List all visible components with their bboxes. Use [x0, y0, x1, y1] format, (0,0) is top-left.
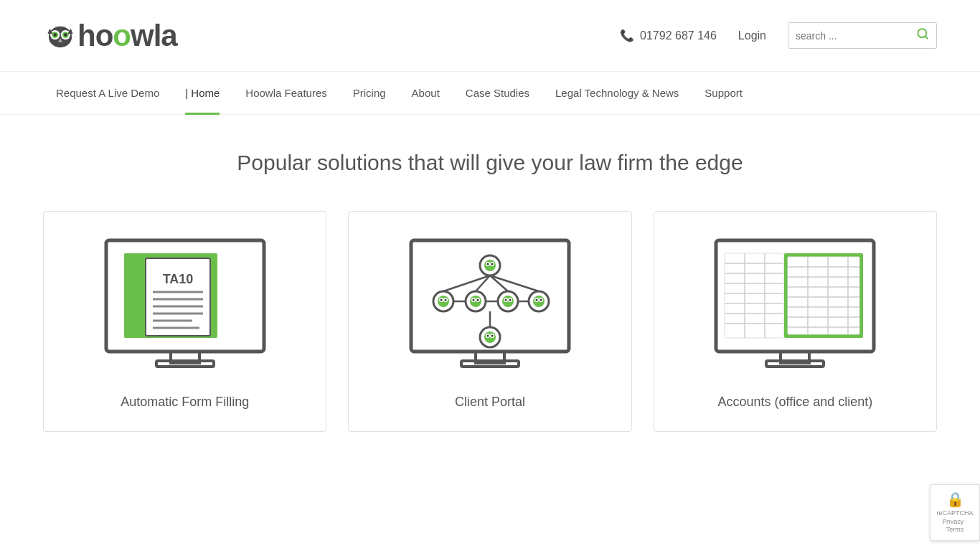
svg-point-57 [535, 299, 537, 301]
cards-grid: TA10 Automatic Form Filling [43, 211, 937, 432]
search-button[interactable] [916, 27, 929, 44]
card-client-portal-illustration [363, 233, 616, 373]
nav-item-home[interactable]: | Home [172, 72, 232, 115]
svg-point-36 [438, 296, 449, 307]
svg-point-6 [64, 33, 67, 36]
svg-text:TA10: TA10 [162, 272, 193, 286]
section-title: Popular solutions that will give your la… [43, 151, 937, 175]
accounts-icon [702, 233, 888, 373]
card-accounts: Accounts (office and client) [654, 211, 937, 432]
svg-rect-78 [725, 253, 783, 338]
svg-point-60 [484, 331, 496, 343]
nav-item-about[interactable]: About [399, 72, 453, 115]
logo-owl-icon [44, 20, 76, 52]
nav-item-hoowla-features[interactable]: Hoowla Features [232, 72, 339, 115]
phone-block: 📞 01792 687 146 [620, 29, 717, 42]
search-icon [916, 27, 929, 40]
form-filling-icon: TA10 [92, 233, 278, 373]
svg-point-63 [486, 335, 489, 337]
svg-point-58 [540, 299, 542, 301]
search-input[interactable] [796, 30, 910, 42]
card-client-portal-title: Client Portal [455, 395, 525, 410]
nav-item-support[interactable]: Support [692, 72, 755, 115]
svg-point-51 [504, 299, 507, 301]
nav-item-request-demo[interactable]: Request A Live Demo [43, 72, 172, 115]
svg-point-46 [476, 299, 479, 301]
svg-point-5 [53, 33, 56, 36]
phone-icon: 📞 [620, 29, 634, 42]
svg-point-64 [491, 335, 493, 337]
logo[interactable]: hoowla [43, 19, 177, 53]
svg-point-54 [533, 296, 545, 307]
svg-rect-17 [146, 258, 210, 336]
card-auto-form-illustration: TA10 [58, 233, 311, 373]
client-portal-icon [397, 233, 583, 373]
svg-point-30 [484, 260, 496, 271]
card-accounts-illustration [669, 233, 922, 373]
main-content: Popular solutions that will give your la… [0, 115, 980, 461]
nav-item-case-studies[interactable]: Case Studies [453, 72, 542, 115]
logo-text: hoowla [77, 19, 177, 53]
main-nav: Request A Live Demo | Home Hoowla Featur… [0, 72, 980, 115]
nav-item-legal-tech[interactable]: Legal Technology & News [542, 72, 692, 115]
recaptcha-text: reCAPTCHAPrivacy · Terms [937, 509, 974, 534]
card-accounts-title: Accounts (office and client) [717, 395, 872, 410]
login-link[interactable]: Login [738, 29, 766, 42]
nav-item-pricing[interactable]: Pricing [340, 72, 399, 115]
svg-point-48 [502, 296, 514, 307]
site-header: hoowla 📞 01792 687 146 Login [0, 0, 980, 72]
svg-point-52 [509, 299, 511, 301]
card-auto-form: TA10 Automatic Form Filling [43, 211, 326, 432]
recaptcha-badge: 🔒 reCAPTCHAPrivacy · Terms [930, 484, 980, 541]
svg-point-39 [440, 299, 442, 301]
svg-point-42 [470, 296, 481, 307]
phone-number: 01792 687 146 [640, 29, 717, 42]
svg-point-45 [472, 299, 474, 301]
svg-point-40 [444, 299, 446, 301]
search-container [788, 22, 937, 49]
card-client-portal: Client Portal [348, 211, 631, 432]
card-auto-form-title: Automatic Form Filling [121, 395, 249, 410]
svg-rect-88 [788, 257, 859, 334]
recaptcha-icon: 🔒 [946, 491, 964, 508]
svg-line-11 [925, 36, 927, 38]
svg-point-34 [491, 263, 493, 265]
header-right: 📞 01792 687 146 Login [620, 22, 937, 49]
svg-point-33 [486, 263, 489, 265]
